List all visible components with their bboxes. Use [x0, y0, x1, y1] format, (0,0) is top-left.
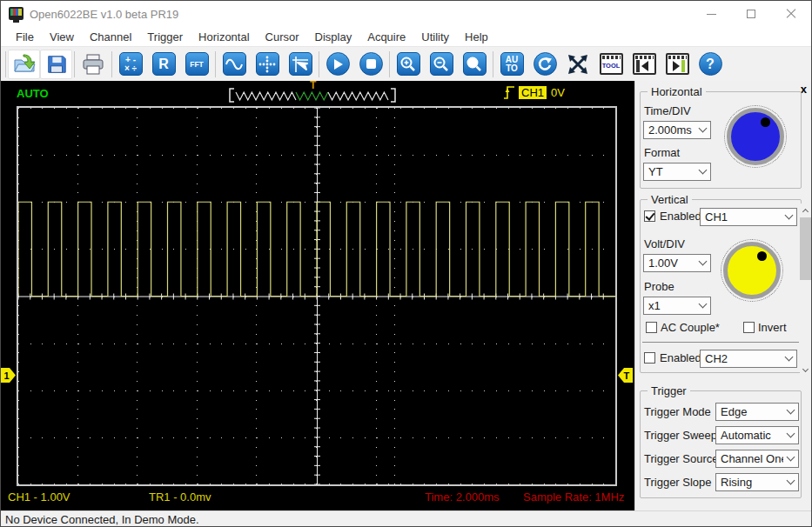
chevron-down-icon: [695, 122, 710, 138]
start-button[interactable]: [321, 49, 354, 80]
horizontal-group-title: Horizontal: [648, 85, 706, 98]
autoset-button[interactable]: AU TO: [495, 49, 528, 80]
menu-trigger[interactable]: Trigger: [139, 29, 191, 45]
trigger-readout: CH1 0V: [503, 83, 565, 101]
trigger-source-select[interactable]: Channel One: [715, 450, 799, 468]
trigger-sweep-select[interactable]: Automatic: [715, 426, 799, 444]
trigger-slope-select[interactable]: Rising: [715, 473, 799, 491]
toolbar-separator: [111, 51, 112, 77]
trigger-level-marker[interactable]: T: [618, 368, 633, 383]
minimize-button[interactable]: [691, 1, 731, 27]
format-select[interactable]: YT: [643, 163, 711, 181]
tool-panel-button[interactable]: TOOL: [594, 49, 627, 80]
time-div-label: Time/DIV: [644, 104, 691, 117]
volt-div-label: Volt/DIV: [644, 237, 685, 250]
print-button[interactable]: [77, 49, 110, 80]
chevron-down-icon: [783, 450, 798, 467]
menu-utility[interactable]: Utility: [413, 29, 457, 45]
trigger-mode-select[interactable]: Edge: [715, 403, 799, 421]
stop-button[interactable]: [354, 49, 387, 80]
trigger-position-marker[interactable]: T: [310, 79, 316, 91]
reference-button[interactable]: R: [147, 49, 180, 80]
ch1-enabled-checkbox[interactable]: [644, 210, 655, 222]
measure-button[interactable]: [284, 49, 317, 80]
toolbar-separator: [319, 51, 319, 77]
chevron-down-icon: [783, 474, 798, 490]
svg-text:T: T: [624, 370, 630, 381]
math-button[interactable]: + - × ÷: [114, 49, 147, 80]
status-text: No Device Connected, In Demo Mode.: [5, 513, 199, 526]
chevron-down-icon: [802, 366, 809, 372]
volt-div-select[interactable]: 1.00V: [643, 254, 711, 272]
scrollbar-thumb[interactable]: [800, 217, 811, 280]
vertical-knob[interactable]: [723, 242, 781, 299]
invert-label: Invert: [758, 321, 787, 334]
trigger-level-readout: TR1 - 0.0mv: [149, 490, 211, 504]
status-bar: No Device Connected, In Demo Mode.: [1, 510, 811, 527]
previous-panel-button[interactable]: [627, 49, 661, 80]
cursor-grid-button[interactable]: [251, 49, 284, 80]
save-button[interactable]: [40, 50, 72, 79]
menu-acquire[interactable]: Acquire: [359, 29, 413, 45]
menu-horizontal[interactable]: Horizontal: [191, 29, 258, 45]
zoom-in-button[interactable]: [392, 49, 425, 80]
probe-select[interactable]: x1: [643, 297, 711, 315]
channel2-select[interactable]: CH2: [700, 350, 797, 368]
refresh-button[interactable]: [528, 49, 561, 80]
scroll-down-button[interactable]: [800, 364, 811, 377]
next-panel-button[interactable]: [661, 49, 694, 80]
menu-display[interactable]: Display: [307, 29, 360, 45]
menu-view[interactable]: View: [42, 29, 82, 45]
panel-scrollbar[interactable]: [800, 203, 811, 377]
toolbar-separator: [5, 51, 6, 77]
ac-couple-checkbox[interactable]: [646, 322, 657, 333]
menu-file[interactable]: File: [8, 29, 42, 45]
expand-arrows-icon: [567, 53, 589, 76]
help-button[interactable]: ?: [694, 49, 727, 80]
horizontal-knob[interactable]: [727, 108, 784, 165]
toolbar-separator: [493, 51, 493, 77]
zoom-in-icon: [397, 52, 420, 76]
title-bar: Open6022BE v1.0 beta PR19: [1, 1, 811, 27]
full-screen-button[interactable]: [561, 49, 594, 80]
chevron-down-icon: [782, 350, 796, 367]
minimize-icon: [707, 14, 716, 15]
close-button[interactable]: [771, 1, 811, 27]
time-div-select[interactable]: 2.000ms: [643, 121, 711, 139]
invert-checkbox[interactable]: [743, 322, 755, 333]
ch2-enabled-checkbox[interactable]: [644, 352, 655, 364]
help-icon: ?: [699, 52, 722, 76]
open-folder-icon: [12, 52, 37, 77]
channel1-position-marker[interactable]: 1: [1, 368, 16, 383]
save-icon: [45, 53, 68, 76]
scroll-up-button[interactable]: [800, 203, 811, 217]
menu-channel[interactable]: Channel: [82, 29, 139, 45]
chevron-down-icon: [783, 427, 798, 444]
dotted-cross-icon: [256, 52, 279, 76]
zoom-reset-button[interactable]: [458, 49, 491, 80]
reference-icon: R: [152, 52, 176, 76]
maximize-button[interactable]: [731, 1, 771, 27]
app-window: Open6022BE v1.0 beta PR19 File View Chan…: [0, 0, 812, 527]
control-panel: x Horizontal Time/DIV 2.000ms Format YT …: [634, 81, 812, 510]
menu-cursor[interactable]: Cursor: [258, 29, 307, 45]
trigger-level-value: 0V: [551, 86, 565, 99]
trigger-channel-badge: CH1: [519, 86, 547, 99]
scope-area: AUTO T CH1 0V 1 T CH1 - 1.00V TR1 - 0.0m…: [1, 81, 634, 510]
open-button[interactable]: [8, 50, 40, 79]
fft-button[interactable]: FFT: [180, 49, 213, 80]
waveform-button[interactable]: [218, 49, 251, 80]
chevron-down-icon: [695, 163, 710, 180]
vertical-group-title: Vertical: [648, 193, 692, 206]
menu-help[interactable]: Help: [457, 29, 496, 45]
zoom-out-button[interactable]: [425, 49, 458, 80]
channel-select[interactable]: CH1: [700, 208, 797, 226]
window-title: Open6022BE v1.0 beta PR19: [30, 8, 178, 21]
format-label: Format: [644, 146, 680, 159]
acquisition-status: AUTO: [17, 87, 49, 100]
timebase-readout: Time: 2.000ms: [425, 490, 500, 504]
trigger-source-label: Trigger Source: [644, 452, 719, 465]
sine-wave-icon: [223, 52, 246, 76]
chevron-down-icon: [695, 255, 710, 271]
toolbar: + - × ÷ R FFT: [1, 46, 811, 81]
